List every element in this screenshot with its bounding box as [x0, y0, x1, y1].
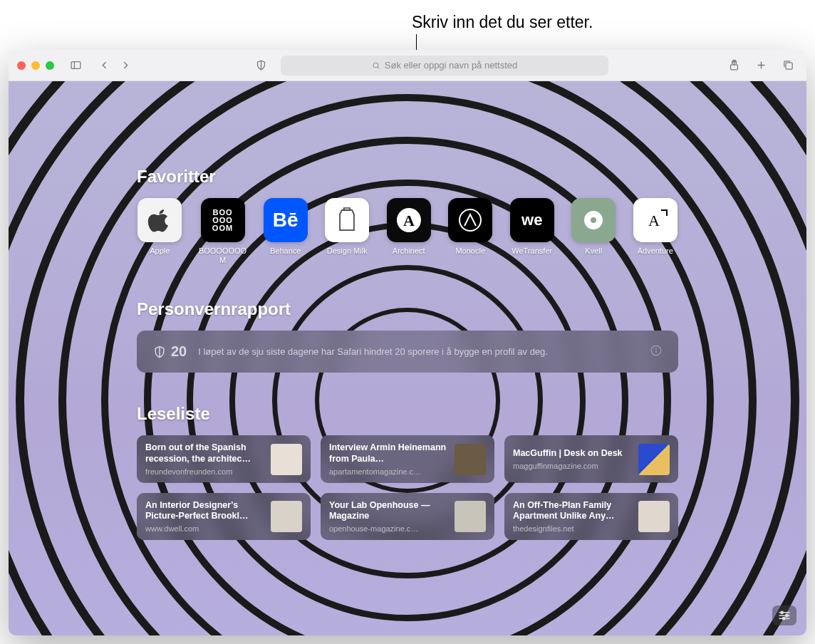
favorites-row: Apple BOOOOOOOM BOOOOOOOM Bē Behance Des…	[137, 198, 678, 265]
reading-list-grid: Born out of the Spanish recession, the a…	[137, 435, 678, 540]
start-page: Favoritter Apple BOOOOOOOM BOOOOOOOM Bē …	[9, 81, 806, 635]
svg-text:A: A	[403, 212, 415, 229]
booooooom-icon: BOOOOOOOM	[201, 198, 245, 242]
favorite-label: Archinect	[393, 246, 425, 256]
privacy-shield-icon[interactable]	[251, 56, 271, 76]
reading-item-title: An Interior Designer's Picture-Perfect B…	[145, 500, 264, 522]
new-tab-button[interactable]	[751, 56, 771, 76]
favorite-behance[interactable]: Bē Behance	[263, 198, 309, 265]
svg-line-4	[378, 67, 380, 69]
reading-item-domain: www.dwell.com	[145, 524, 264, 533]
reading-list-item[interactable]: Your Lab Openhouse — Magazine openhouse-…	[321, 493, 494, 540]
privacy-report-card[interactable]: 20 I løpet av de sju siste dagene har Sa…	[137, 331, 678, 373]
reading-item-thumb	[271, 501, 302, 532]
reading-item-thumb	[455, 444, 486, 475]
start-page-settings-button[interactable]	[772, 606, 796, 625]
favorite-kvell[interactable]: Kvell	[571, 198, 617, 265]
favorite-archinect[interactable]: A Archinect	[386, 198, 432, 265]
favorite-booooooom[interactable]: BOOOOOOOM BOOOOOOOM	[199, 198, 247, 265]
search-placeholder-text: Søk eller oppgi navn på nettsted	[385, 60, 517, 71]
favorite-label: WeTransfer	[512, 246, 552, 256]
forward-button[interactable]	[115, 56, 135, 76]
monocle-icon	[448, 198, 492, 242]
reading-list-item[interactable]: Born out of the Spanish recession, the a…	[137, 435, 311, 482]
sliders-icon	[777, 610, 791, 621]
favorite-label: Kvell	[585, 246, 602, 256]
favorite-wetransfer[interactable]: we WeTransfer	[509, 198, 556, 265]
favorite-design-milk[interactable]: Design Milk	[324, 198, 370, 265]
privacy-summary-text: I løpet av de sju siste dagene har Safar…	[198, 346, 638, 357]
archinect-icon: A	[387, 198, 431, 242]
reading-item-title: MacGuffin | Desk on Desk	[513, 448, 631, 459]
wetransfer-icon: we	[510, 198, 554, 242]
favorite-label: Apple	[150, 246, 170, 256]
reading-item-domain: freundevonfreunden.com	[145, 467, 264, 476]
svg-point-21	[781, 611, 783, 613]
shield-icon	[152, 345, 167, 359]
back-button[interactable]	[94, 56, 114, 76]
favorite-monocle[interactable]: Monocle	[447, 198, 494, 265]
favorites-heading: Favoritter	[137, 167, 678, 187]
reading-item-title: An Off-The-Plan Family Apartment Unlike …	[513, 500, 631, 522]
svg-rect-8	[785, 63, 791, 69]
tabs-overview-button[interactable]	[778, 56, 798, 76]
reading-list-item[interactable]: MacGuffin | Desk on Desk magguffinmagazi…	[504, 435, 678, 482]
favorite-adventure[interactable]: A Adventure	[633, 198, 679, 265]
reading-list-item[interactable]: Interview Armin Heinemann from Paula… ap…	[321, 435, 494, 482]
reading-item-title: Interview Armin Heinemann from Paula…	[329, 442, 447, 464]
svg-point-3	[373, 63, 378, 68]
address-search-field[interactable]: Søk eller oppgi navn på nettsted	[281, 56, 608, 76]
svg-point-25	[783, 618, 785, 620]
reading-list-item[interactable]: An Off-The-Plan Family Apartment Unlike …	[504, 493, 678, 540]
apple-icon	[137, 198, 182, 242]
svg-point-23	[786, 614, 788, 616]
reading-item-domain: apartamentomagazine.c…	[329, 467, 447, 476]
share-button[interactable]	[724, 56, 744, 76]
reading-item-domain: thedesignfiles.net	[513, 524, 631, 533]
toolbar: Søk eller oppgi navn på nettsted	[9, 50, 806, 81]
reading-item-domain: openhouse-magazine.c…	[329, 524, 447, 533]
reading-item-domain: magguffinmagazine.com	[513, 462, 631, 470]
window-controls	[17, 61, 54, 70]
search-icon	[372, 61, 380, 70]
info-icon[interactable]	[650, 344, 663, 360]
svg-rect-0	[71, 62, 81, 69]
safari-window: Søk eller oppgi navn på nettsted	[9, 50, 806, 635]
reading-list-heading: Leseliste	[137, 404, 678, 424]
favorite-label: Monocle	[455, 246, 485, 256]
minimize-button[interactable]	[31, 61, 40, 70]
favorite-label: Adventure	[638, 246, 673, 256]
reading-item-thumb	[455, 501, 486, 532]
reading-list-item[interactable]: An Interior Designer's Picture-Perfect B…	[137, 493, 311, 540]
close-button[interactable]	[17, 61, 26, 70]
reading-item-thumb	[638, 501, 670, 532]
sidebar-toggle-icon[interactable]	[66, 56, 85, 76]
maximize-button[interactable]	[46, 61, 54, 70]
svg-point-11	[460, 209, 481, 231]
reading-item-title: Born out of the Spanish recession, the a…	[145, 442, 264, 464]
favorite-label: Behance	[270, 246, 301, 256]
callout-label: Skriv inn det du ser etter.	[412, 13, 593, 32]
behance-icon: Bē	[264, 198, 308, 242]
privacy-tracker-count: 20	[152, 343, 187, 360]
reading-item-thumb	[638, 444, 670, 475]
adventure-icon: A	[633, 198, 678, 242]
svg-point-13	[591, 217, 596, 223]
favorite-label: Design Milk	[327, 246, 368, 256]
privacy-heading: Personvernrapport	[137, 299, 678, 319]
reading-item-thumb	[271, 444, 302, 475]
svg-text:A: A	[648, 212, 660, 229]
design-milk-icon	[325, 198, 369, 242]
svg-point-19	[656, 348, 657, 349]
favorite-apple[interactable]: Apple	[137, 198, 183, 265]
favorite-label: BOOOOOOOM	[199, 246, 247, 265]
reading-item-title: Your Lab Openhouse — Magazine	[329, 500, 447, 522]
kvell-icon	[571, 198, 616, 242]
